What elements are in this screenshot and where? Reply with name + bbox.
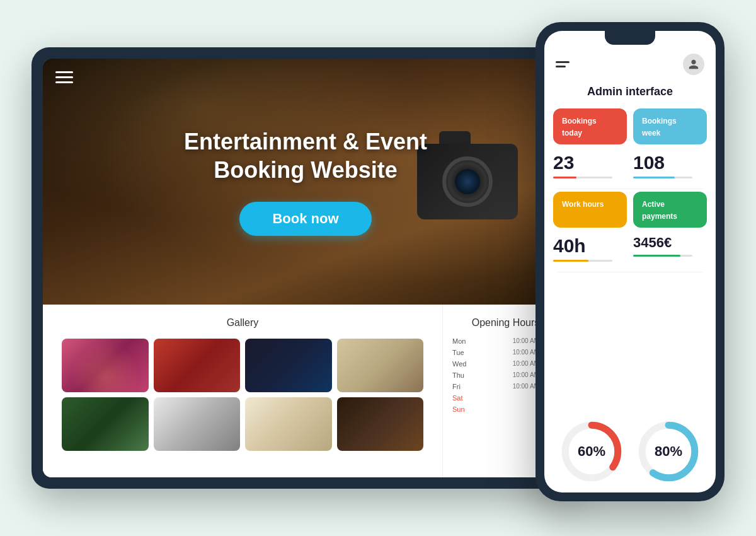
work-hours-bar: [553, 260, 612, 262]
gallery-image-8: [337, 397, 424, 451]
work-hours-label: Work hours: [562, 200, 604, 209]
menu-line-3: [55, 81, 73, 83]
hours-day-mon: Mon: [452, 337, 466, 345]
hours-day-sat: Sat: [452, 394, 463, 402]
bookings-week-label: Bookingsweek: [642, 117, 677, 137]
gallery-grid: [62, 339, 423, 451]
tablet-screen: Entertainment & Event Booking Website Bo…: [43, 59, 568, 477]
book-now-button[interactable]: Book now: [239, 202, 371, 236]
active-payments-value-block: 3456€: [633, 231, 707, 265]
phone-screen: Admin interface Bookingstoday Bookingswe…: [544, 31, 716, 492]
active-payments-bar-fill: [633, 255, 680, 257]
gallery-item[interactable]: [245, 339, 332, 392]
bookings-today-number: 23: [553, 152, 627, 173]
phone-menu-button[interactable]: [556, 61, 570, 67]
bookings-today-label: Bookingstoday: [562, 117, 597, 137]
gallery-item[interactable]: [62, 397, 149, 451]
gallery-image-7: [245, 397, 332, 451]
donut-chart-80: 80%: [634, 417, 703, 486]
gallery-item[interactable]: [337, 397, 424, 451]
gallery-title: Gallery: [62, 317, 423, 329]
donut-60-label: 60%: [578, 443, 605, 460]
divider-2: [557, 272, 702, 272]
hours-day-tue: Tue: [452, 349, 464, 356]
tablet-device: Entertainment & Event Booking Website Bo…: [32, 47, 580, 489]
bookings-today-card: Bookingstoday: [553, 108, 627, 144]
bookings-week-number: 108: [633, 152, 707, 173]
bookings-today-bar: [553, 177, 612, 178]
gallery-item[interactable]: [245, 397, 332, 451]
active-payments-bar: [633, 255, 692, 257]
bookings-today-value-block: 23: [553, 148, 627, 182]
content-section: Gallery: [43, 305, 568, 477]
menu-line-2: [55, 76, 73, 78]
bookings-week-value-block: 108: [633, 148, 707, 182]
work-hours-bar-fill: [553, 260, 588, 262]
menu-line-1: [55, 71, 73, 73]
gallery-image-2: [154, 339, 241, 392]
stats-grid-2: Work hours Activepayments: [544, 192, 716, 228]
gallery-image-6: [154, 397, 241, 451]
stat-values-row-1: 23 108: [544, 144, 716, 186]
phone-menu-line-2: [556, 66, 566, 67]
gallery-image-4: [337, 339, 424, 392]
stats-grid: Bookingstoday Bookingsweek: [544, 108, 716, 144]
charts-row: 60% 80%: [544, 408, 716, 492]
gallery-item[interactable]: [154, 339, 241, 392]
work-hours-number: 40h: [553, 235, 627, 256]
bookings-today-bar-fill: [553, 177, 576, 178]
bookings-week-bar: [633, 177, 692, 178]
hero-title: Entertainment & Event Booking Website: [148, 127, 463, 184]
active-payments-number: 3456€: [633, 235, 707, 250]
hero-section: Entertainment & Event Booking Website Bo…: [43, 59, 568, 305]
hours-day-thu: Thu: [452, 371, 464, 379]
user-profile-button[interactable]: [683, 54, 704, 75]
admin-interface-title: Admin interface: [544, 81, 716, 108]
gallery-section: Gallery: [43, 305, 442, 477]
bookings-week-bar-fill: [633, 177, 675, 178]
phone-device: Admin interface Bookingstoday Bookingswe…: [536, 22, 724, 501]
work-hours-card: Work hours: [553, 192, 627, 228]
work-hours-value-block: 40h: [553, 231, 627, 265]
bookings-week-card: Bookingsweek: [633, 108, 707, 144]
scene: Entertainment & Event Booking Website Bo…: [32, 22, 724, 514]
user-icon: [688, 59, 699, 70]
gallery-image-3: [245, 339, 332, 392]
hours-day-fri: Fri: [452, 383, 461, 390]
gallery-item[interactable]: [337, 339, 424, 392]
divider-1: [557, 189, 702, 189]
phone-menu-line-1: [556, 61, 570, 63]
gallery-image-5: [62, 397, 149, 451]
stat-values-row-2: 40h 3456€: [544, 228, 716, 269]
hours-day-sun: Sun: [452, 405, 465, 413]
active-payments-label: Activepayments: [642, 200, 677, 221]
phone-notch: [605, 31, 655, 45]
donut-80-label: 80%: [655, 443, 682, 460]
active-payments-card: Activepayments: [633, 192, 707, 228]
hours-day-wed: Wed: [452, 360, 466, 368]
gallery-item[interactable]: [62, 339, 149, 392]
gallery-image-1: [62, 339, 149, 392]
gallery-item[interactable]: [154, 397, 241, 451]
hamburger-menu-button[interactable]: [55, 71, 73, 83]
donut-chart-60: 60%: [557, 417, 626, 486]
